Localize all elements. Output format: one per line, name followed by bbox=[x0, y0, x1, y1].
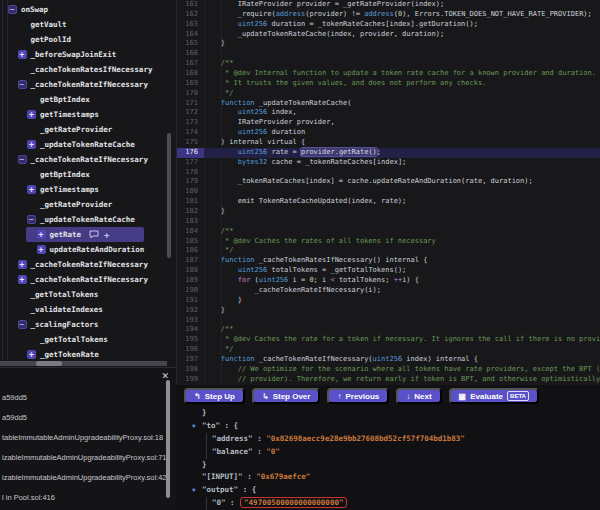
tree-item[interactable]: getVault bbox=[0, 17, 176, 32]
tree-item[interactable]: +getTimestamps bbox=[0, 182, 176, 197]
line-number: 178 bbox=[177, 168, 204, 178]
collapse-icon[interactable]: − bbox=[27, 215, 36, 224]
inspector-value: "0x679aefce" bbox=[256, 472, 310, 481]
indent-spacer bbox=[18, 290, 31, 299]
tree-item-label: _getRateProvider bbox=[40, 125, 112, 134]
expand-icon[interactable]: + bbox=[18, 275, 27, 284]
tree-item[interactable]: +_cacheTokenRateIfNecessary bbox=[0, 257, 176, 272]
add-comment-icon[interactable]: + bbox=[104, 230, 109, 240]
collapse-icon[interactable]: − bbox=[18, 80, 27, 89]
expand-icon[interactable]: + bbox=[37, 245, 46, 254]
tree-item[interactable]: −_scalingFactors bbox=[0, 317, 176, 332]
tree-item-label: _updateTokenRateCache bbox=[40, 140, 135, 149]
tree-item[interactable]: +getRate+ bbox=[0, 227, 176, 242]
previous-button[interactable]: ↑Previous bbox=[327, 388, 389, 404]
tree-item[interactable]: _validateIndexes bbox=[0, 302, 176, 317]
chevron-down-icon[interactable]: ▼ bbox=[192, 420, 196, 433]
code-line: */ bbox=[204, 345, 600, 355]
inspector-separator: : bbox=[253, 447, 267, 456]
tree-item[interactable]: getPoolId bbox=[0, 32, 176, 47]
expand-icon[interactable]: + bbox=[27, 350, 36, 359]
indent-spacer bbox=[18, 35, 31, 44]
tree-item-label: _getRateProvider bbox=[40, 200, 112, 209]
code-line: } bbox=[204, 207, 600, 217]
inspector-key: "address" bbox=[212, 434, 253, 443]
inspector-row[interactable]: ▼"to" : { bbox=[176, 420, 600, 433]
tree-item[interactable]: +_cacheTokenRateIfNecessary bbox=[0, 272, 176, 287]
tree-item-label: getBptIndex bbox=[40, 170, 90, 179]
tree-item[interactable]: +updateRateAndDuration bbox=[0, 242, 176, 257]
line-number: 171 bbox=[177, 99, 204, 109]
next-button[interactable]: ↓Next bbox=[396, 388, 441, 404]
code-line: _tokenRateCaches[index] = cache.updateRa… bbox=[204, 177, 600, 187]
comment-bubble-icon[interactable] bbox=[89, 230, 99, 239]
stack-trace-item[interactable]: l in Pool.sol:416 bbox=[0, 488, 166, 508]
step-up-button[interactable]: ↰Step Up bbox=[184, 388, 245, 404]
tree-item[interactable]: _getTotalTokens bbox=[0, 332, 176, 347]
tree-item[interactable]: +_updateTokenRateCache bbox=[0, 137, 176, 152]
tree-item[interactable]: _cacheTokenRatesIfNecessary bbox=[0, 62, 176, 77]
inspector-brace: : { bbox=[220, 421, 238, 430]
expand-icon[interactable]: + bbox=[37, 230, 46, 239]
tree-item[interactable]: +getTimestamps bbox=[0, 107, 176, 122]
tree-horizontal-scrollbar[interactable] bbox=[0, 361, 167, 366]
inspector-key: "[INPUT]" bbox=[202, 472, 243, 481]
step-over-button[interactable]: ↳Step Over bbox=[252, 388, 321, 404]
evaluate-button[interactable]: ▦EvaluateBETA bbox=[449, 388, 539, 404]
tree-item[interactable]: −_cacheTokenRateIfNecessary bbox=[0, 152, 176, 167]
stack-trace-item[interactable]: izableImmutableAdminUpgradeabilityProxy.… bbox=[0, 448, 166, 468]
code-line bbox=[204, 168, 600, 178]
tree-item-label: _validateIndexes bbox=[31, 305, 103, 314]
expand-icon[interactable]: + bbox=[18, 260, 27, 269]
code-line: */ bbox=[204, 89, 600, 99]
inspector-row[interactable]: "[INPUT]" : "0x679aefce" bbox=[176, 471, 600, 484]
inspector-row[interactable]: "address" : "0x82698aecc9e28e9bb27608bd5… bbox=[176, 433, 600, 446]
inspector-row[interactable]: "balance" : "0" bbox=[176, 446, 600, 459]
tree-item[interactable]: +_beforeSwapJoinExit bbox=[0, 47, 176, 62]
tree-item[interactable]: getBptIndex bbox=[0, 92, 176, 107]
line-number: 172 bbox=[177, 108, 204, 118]
code-line: uint256 totalTokens = _getTotalTokens(); bbox=[204, 266, 600, 276]
inspector-value: "0x82698aecc9e28e9bb27608bd52cf57f704bd1… bbox=[266, 434, 465, 443]
scrollbar-thumb[interactable] bbox=[36, 361, 62, 366]
line-number: 168 bbox=[177, 69, 204, 79]
inspector-row[interactable]: } bbox=[176, 459, 600, 472]
tree-vertical-scrollbar[interactable] bbox=[167, 133, 171, 258]
expand-icon[interactable]: + bbox=[27, 140, 36, 149]
collapse-icon[interactable]: − bbox=[18, 155, 27, 164]
code-line: uint256 duration bbox=[204, 128, 600, 138]
tree-item[interactable]: _getRateProvider bbox=[0, 122, 176, 137]
tree-item[interactable]: _getTotalTokens bbox=[0, 287, 176, 302]
inspector-row[interactable]: "0" : "49700500000000000000" bbox=[176, 497, 600, 510]
expand-icon[interactable]: + bbox=[27, 185, 36, 194]
tree-item[interactable]: _getRateProvider bbox=[0, 197, 176, 212]
inspector-row[interactable]: ▼"output" : { bbox=[176, 484, 600, 497]
tree-item[interactable]: getBptIndex bbox=[0, 167, 176, 182]
inspector-row[interactable]: } bbox=[176, 407, 600, 420]
code-line: _updateTokenRateCache(index, provider, d… bbox=[204, 30, 600, 40]
expand-icon[interactable]: + bbox=[18, 50, 27, 59]
code-line: uint256 rate = provider.getRate(); bbox=[204, 148, 600, 158]
debugger-app: −onSwapgetVaultgetPoolId+_beforeSwapJoin… bbox=[0, 0, 600, 510]
collapse-icon[interactable]: − bbox=[8, 5, 17, 14]
stack-trace-item[interactable]: tableImmutableAdminUpgradeabilityProxy.s… bbox=[0, 428, 166, 448]
stack-vertical-scrollbar[interactable] bbox=[166, 380, 170, 498]
tree-item[interactable]: −_cacheTokenRateIfNecessary bbox=[0, 77, 176, 92]
code-line: IRateProvider provider = _getRateProvide… bbox=[204, 0, 600, 10]
stack-trace-item[interactable]: a59dd5 bbox=[0, 408, 166, 428]
tree-item[interactable]: +_getTokenRate bbox=[0, 347, 176, 361]
expand-icon[interactable]: + bbox=[27, 110, 36, 119]
line-number: 176 bbox=[177, 148, 204, 158]
collapse-icon[interactable]: − bbox=[18, 320, 27, 329]
stack-trace-item[interactable]: a59dd5 bbox=[0, 388, 166, 408]
chevron-down-icon[interactable]: ▼ bbox=[192, 484, 196, 497]
state-inspector-panel: }▼"to" : {"address" : "0x82698aecc9e28e9… bbox=[176, 407, 600, 510]
line-number: 175 bbox=[177, 138, 204, 148]
line-number: 185 bbox=[177, 237, 204, 247]
tree-item[interactable]: −_updateTokenRateCache bbox=[0, 212, 176, 227]
indent-spacer bbox=[27, 335, 40, 344]
tree-item-label: getPoolId bbox=[31, 35, 72, 44]
line-number: 179 bbox=[177, 177, 204, 187]
stack-trace-item[interactable]: izableImmutableAdminUpgradeabilityProxy.… bbox=[0, 468, 166, 488]
tree-item[interactable]: −onSwap bbox=[0, 2, 176, 17]
